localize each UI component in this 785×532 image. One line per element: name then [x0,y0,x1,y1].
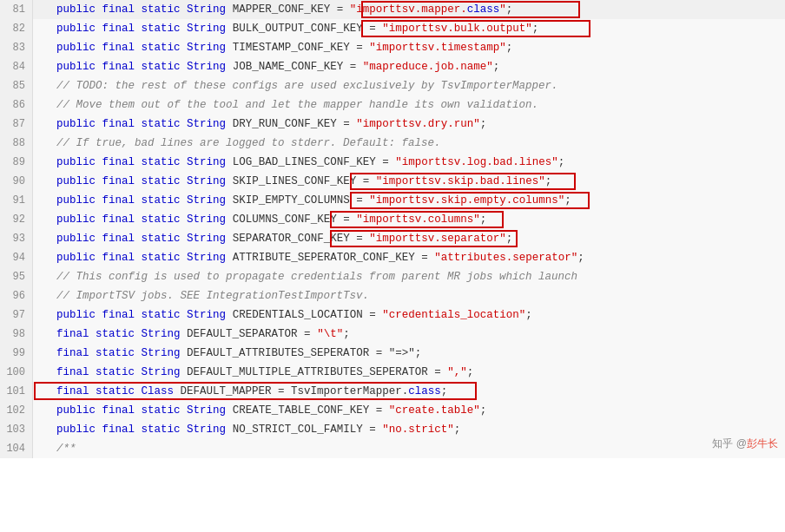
line-content: public final static String BULK_OUTPUT_C… [33,19,785,38]
line-content: public final static String CREATE_TABLE_… [33,401,785,420]
code-line: 102 public final static String CREATE_TA… [0,401,785,420]
line-number: 101 [0,382,33,401]
watermark: 知乎 @彭牛长 [712,437,778,451]
line-content: final static String DEFAULT_ATTRIBUTES_S… [33,344,785,363]
line-content: // If true, bad lines are logged to stde… [33,134,785,153]
line-content: public final static String MAPPER_CONF_K… [33,0,785,19]
code-line: 83 public final static String TIMESTAMP_… [0,38,785,57]
code-viewer: 81 public final static String MAPPER_CON… [0,0,785,458]
line-content: public final static String ATTRIBUTE_SEP… [33,248,785,267]
line-content: public final static String LOG_BAD_LINES… [33,153,785,172]
line-number: 83 [0,38,33,57]
line-number: 95 [0,267,33,286]
line-number: 84 [0,57,33,76]
line-number: 86 [0,95,33,115]
code-line: 103 public final static String NO_STRICT… [0,420,785,439]
code-line: 87 public final static String DRY_RUN_CO… [0,115,785,134]
line-content: public final static String TIMESTAMP_CON… [33,38,785,57]
code-line: 100 final static String DEFAULT_MULTIPLE… [0,363,785,382]
line-number: 82 [0,19,33,38]
line-content: final static String DEFAULT_MULTIPLE_ATT… [33,363,785,382]
code-line: 92 public final static String COLUMNS_CO… [0,210,785,229]
code-line: 97 public final static String CREDENTIAL… [0,305,785,325]
line-number: 102 [0,401,33,420]
line-content: /** [33,439,785,458]
line-number: 93 [0,229,33,248]
line-content: final static Class DEFAULT_MAPPER = TsvI… [33,382,785,401]
line-content: public final static String CREDENTIALS_L… [33,305,785,325]
line-number: 98 [0,325,33,344]
code-line: 81 public final static String MAPPER_CON… [0,0,785,19]
line-content: // TODO: the rest of these configs are u… [33,76,785,95]
code-line: 95 // This config is used to propagate c… [0,267,785,286]
code-line: 104 /** [0,439,785,458]
line-content: public final static String COLUMNS_CONF_… [33,210,785,229]
line-content: public final static String JOB_NAME_CONF… [33,57,785,76]
code-line: 96 // ImportTSV jobs. SEE IntegrationTes… [0,286,785,305]
line-number: 100 [0,363,33,382]
line-number: 87 [0,115,33,134]
code-line: 99 final static String DEFAULT_ATTRIBUTE… [0,344,785,363]
code-line: 84 public final static String JOB_NAME_C… [0,57,785,76]
line-number: 92 [0,210,33,229]
code-line: 91 public final static String SKIP_EMPTY… [0,191,785,210]
code-line: 98 final static String DEFAULT_SEPARATOR… [0,325,785,344]
code-line: 89 public final static String LOG_BAD_LI… [0,153,785,172]
line-content: public final static String SKIP_EMPTY_CO… [33,191,785,210]
line-number: 85 [0,76,33,95]
line-content: // This config is used to propagate cred… [33,267,785,286]
line-number: 81 [0,0,33,19]
code-line: 94 public final static String ATTRIBUTE_… [0,248,785,267]
line-content: // ImportTSV jobs. SEE IntegrationTestIm… [33,286,785,305]
line-number: 104 [0,439,33,458]
code-line: 82 public final static String BULK_OUTPU… [0,19,785,38]
line-number: 94 [0,248,33,267]
code-line: 88 // If true, bad lines are logged to s… [0,134,785,153]
code-line: 93 public final static String SEPARATOR_… [0,229,785,248]
line-number: 91 [0,191,33,210]
line-content: final static String DEFAULT_SEPARATOR = … [33,325,785,344]
line-content: public final static String SKIP_LINES_CO… [33,172,785,191]
line-number: 99 [0,344,33,363]
line-number: 88 [0,134,33,153]
code-line: 85 // TODO: the rest of these configs ar… [0,76,785,95]
line-number: 97 [0,305,33,325]
line-content: // Move them out of the tool and let the… [33,95,785,115]
line-number: 90 [0,172,33,191]
line-content: public final static String DRY_RUN_CONF_… [33,115,785,134]
code-line: 90 public final static String SKIP_LINES… [0,172,785,191]
line-content: public final static String SEPARATOR_CON… [33,229,785,248]
code-line: 101 final static Class DEFAULT_MAPPER = … [0,382,785,401]
line-number: 96 [0,286,33,305]
code-line: 86 // Move them out of the tool and let … [0,95,785,115]
line-number: 89 [0,153,33,172]
line-content: public final static String NO_STRICT_COL… [33,420,785,439]
line-number: 103 [0,420,33,439]
